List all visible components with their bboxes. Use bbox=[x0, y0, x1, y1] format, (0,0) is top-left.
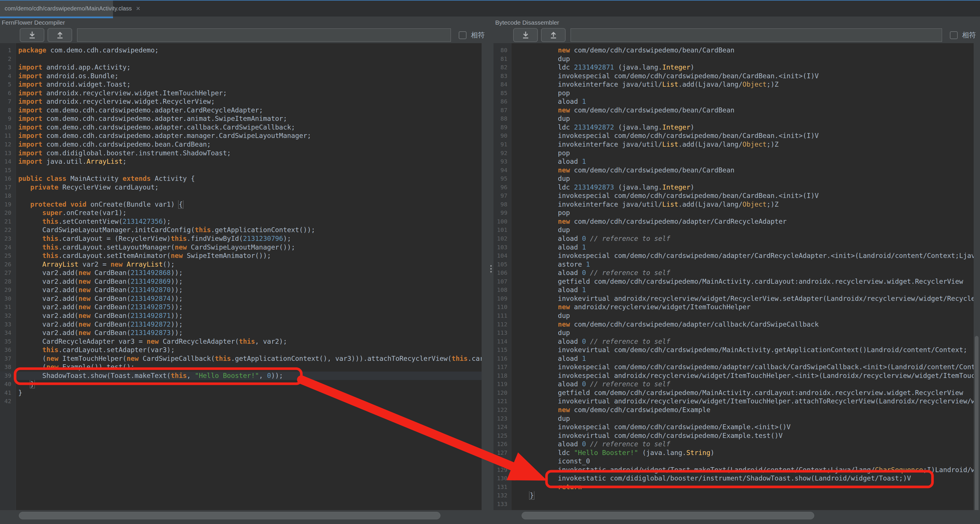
code-line[interactable]: 129 invokestatic android/widget/Toast.ma… bbox=[493, 466, 980, 475]
code-line[interactable]: 82 ldc 2131492871 (java.lang.Integer) bbox=[493, 63, 980, 72]
code-line[interactable]: 81 dup bbox=[493, 55, 980, 64]
code-line[interactable]: 97 invokespecial com/demo/cdh/cardswiped… bbox=[493, 191, 980, 200]
code-line[interactable]: 130 invokestatic com/didiglobal/booster/… bbox=[493, 474, 980, 483]
bytecode-editor[interactable]: 80 new com/demo/cdh/cardswipedemo/bean/C… bbox=[493, 43, 980, 510]
disassembler-search-input[interactable] bbox=[571, 29, 942, 42]
code-line[interactable]: 16public class MainActivity extends Acti… bbox=[0, 174, 489, 183]
code-line[interactable]: 23 this.cardLayout = (RecyclerView)this.… bbox=[0, 234, 489, 243]
code-line[interactable]: 131 return bbox=[493, 483, 980, 492]
code-line[interactable]: 37 (new ItemTouchHelper(new CardSwipeCal… bbox=[0, 354, 489, 363]
code-line[interactable]: 14import java.util.ArrayList; bbox=[0, 158, 489, 166]
code-line[interactable]: 115 invokevirtual com/demo/cdh/cardswipe… bbox=[493, 346, 980, 354]
code-line[interactable]: 91 invokeinterface java/util/List.add(Lj… bbox=[493, 140, 980, 149]
code-line[interactable]: 111 dup bbox=[493, 312, 980, 320]
decompiler-vertical-scrollbar[interactable] bbox=[482, 43, 489, 524]
code-line[interactable]: 116 aload 1 bbox=[493, 354, 980, 363]
code-line[interactable]: 38 (new Example()).test(); bbox=[0, 363, 489, 371]
code-line[interactable]: 114 aload 0 // reference to self bbox=[493, 338, 980, 346]
code-line[interactable]: 127 ldc "Hello Booster!" (java.lang.Stri… bbox=[493, 449, 980, 457]
export-save-button[interactable] bbox=[20, 28, 45, 42]
code-line[interactable]: 15 bbox=[0, 166, 489, 175]
code-line[interactable]: 112 new com/demo/cdh/cardswipedemo/adapt… bbox=[493, 320, 980, 329]
code-line[interactable]: 90 invokespecial com/demo/cdh/cardswiped… bbox=[493, 132, 980, 140]
code-line[interactable]: 42 bbox=[0, 397, 489, 406]
code-line[interactable]: 100 new com/demo/cdh/cardswipedemo/adapt… bbox=[493, 217, 980, 226]
code-line[interactable]: 88 dup bbox=[493, 115, 980, 123]
code-line[interactable]: 20 super.onCreate(var1); bbox=[0, 209, 489, 217]
code-line[interactable]: 126 aload 0 // reference to self bbox=[493, 440, 980, 449]
code-line[interactable]: 132 } bbox=[493, 491, 980, 500]
code-line[interactable]: 105 astore 1 bbox=[493, 260, 980, 269]
code-line[interactable]: 6import androidx.recyclerview.widget.Ite… bbox=[0, 89, 489, 98]
code-line[interactable]: 104 invokespecial com/demo/cdh/cardswipe… bbox=[493, 252, 980, 260]
code-line[interactable]: 19 protected void onCreate(Bundle var1) … bbox=[0, 200, 489, 209]
disassembler-vscroll-thumb[interactable] bbox=[975, 336, 978, 524]
code-line[interactable]: 102 aload 0 // reference to self bbox=[493, 234, 980, 243]
code-line[interactable]: 133 bbox=[493, 500, 980, 509]
code-line[interactable]: 39 ShadowToast.show(Toast.makeText(this,… bbox=[0, 371, 489, 380]
code-line[interactable]: 96 ldc 2131492873 (java.lang.Integer) bbox=[493, 183, 980, 192]
code-line[interactable]: 24 this.cardLayout.setLayoutManager(new … bbox=[0, 243, 489, 252]
disassembler-exact-match-checkbox[interactable] bbox=[950, 31, 958, 39]
code-line[interactable]: 7import androidx.recyclerview.widget.Rec… bbox=[0, 97, 489, 106]
import-open-button[interactable] bbox=[541, 28, 566, 42]
decompiler-search-input[interactable] bbox=[77, 29, 451, 42]
code-line[interactable]: 86 aload 1 bbox=[493, 97, 980, 106]
tab-close-icon[interactable]: ✕ bbox=[136, 5, 140, 12]
code-line[interactable]: 113 dup bbox=[493, 329, 980, 338]
code-line[interactable]: 1package com.demo.cdh.cardswipedemo; bbox=[0, 46, 489, 55]
code-line[interactable]: 4import android.os.Bundle; bbox=[0, 72, 489, 81]
code-line[interactable]: 117 invokespecial com/demo/cdh/cardswipe… bbox=[493, 363, 980, 371]
code-line[interactable]: 94 new com/demo/cdh/cardswipedemo/bean/C… bbox=[493, 166, 980, 175]
code-line[interactable]: 28 var2.add(new CardBean(2131492869)); bbox=[0, 277, 489, 286]
code-line[interactable]: 5import android.widget.Toast; bbox=[0, 80, 489, 89]
code-line[interactable]: 25 this.cardLayout.setItemAnimator(new S… bbox=[0, 252, 489, 260]
code-line[interactable]: 107 getfield com/demo/cdh/cardswipedemo/… bbox=[493, 277, 980, 286]
import-open-button[interactable] bbox=[48, 28, 72, 42]
code-line[interactable]: 125 invokevirtual com/demo/cdh/cardswipe… bbox=[493, 432, 980, 440]
code-line[interactable]: 36 this.cardLayout.setAdapter(var3); bbox=[0, 346, 489, 354]
decompiled-source-editor[interactable]: 1package com.demo.cdh.cardswipedemo;2 3i… bbox=[0, 43, 489, 510]
code-line[interactable]: 9import com.demo.cdh.cardswipedemo.adapt… bbox=[0, 115, 489, 123]
code-line[interactable]: 128 iconst_0 bbox=[493, 457, 980, 466]
code-line[interactable]: 3import android.app.Activity; bbox=[0, 63, 489, 72]
code-line[interactable]: 106 aload 0 // reference to self bbox=[493, 269, 980, 277]
export-save-button[interactable] bbox=[513, 28, 538, 42]
code-line[interactable]: 31 var2.add(new CardBean(2131492875)); bbox=[0, 303, 489, 312]
code-line[interactable]: 101 dup bbox=[493, 226, 980, 234]
code-line[interactable]: 11import com.demo.cdh.cardswipedemo.adap… bbox=[0, 132, 489, 140]
code-line[interactable]: 103 aload 1 bbox=[493, 243, 980, 252]
code-line[interactable]: 98 invokeinterface java/util/List.add(Lj… bbox=[493, 200, 980, 209]
tab-mainactivity-class[interactable]: com/demo/cdh/cardswipedemo/MainActivity.… bbox=[0, 1, 113, 16]
code-line[interactable]: 89 ldc 2131492872 (java.lang.Integer) bbox=[493, 123, 980, 132]
code-line[interactable]: 13import com.didiglobal.booster.instrume… bbox=[0, 149, 489, 158]
decompiler-exact-match-checkbox[interactable] bbox=[459, 31, 466, 39]
code-line[interactable]: 109 invokevirtual androidx/recyclerview/… bbox=[493, 295, 980, 303]
code-line[interactable]: 32 var2.add(new CardBean(2131492871)); bbox=[0, 312, 489, 320]
code-line[interactable]: 2 bbox=[0, 55, 489, 64]
code-line[interactable]: 18 bbox=[0, 191, 489, 200]
code-line[interactable]: 85 pop bbox=[493, 89, 980, 98]
code-line[interactable]: 110 new androidx/recyclerview/widget/Ite… bbox=[493, 303, 980, 312]
code-line[interactable]: 124 invokespecial com/demo/cdh/cardswipe… bbox=[493, 423, 980, 432]
code-line[interactable]: 87 new com/demo/cdh/cardswipedemo/bean/C… bbox=[493, 106, 980, 115]
code-line[interactable]: 27 var2.add(new CardBean(2131492868)); bbox=[0, 269, 489, 277]
code-line[interactable]: 34 var2.add(new CardBean(2131492873)); bbox=[0, 329, 489, 338]
code-line[interactable]: 29 var2.add(new CardBean(2131492870)); bbox=[0, 286, 489, 295]
code-line[interactable]: 33 var2.add(new CardBean(2131492872)); bbox=[0, 320, 489, 329]
code-line[interactable]: 121 invokevirtual androidx/recyclerview/… bbox=[493, 397, 980, 406]
code-line[interactable]: 120 getfield com/demo/cdh/cardswipedemo/… bbox=[493, 389, 980, 397]
code-line[interactable]: 17 private RecyclerView cardLayout; bbox=[0, 183, 489, 192]
code-line[interactable]: 80 new com/demo/cdh/cardswipedemo/bean/C… bbox=[493, 46, 980, 55]
code-line[interactable]: 22 CardSwipeLayoutManager.initCardConfig… bbox=[0, 226, 489, 234]
code-line[interactable]: 40 } bbox=[0, 380, 489, 389]
pane-splitter[interactable] bbox=[489, 18, 493, 524]
code-line[interactable]: 84 invokeinterface java/util/List.add(Lj… bbox=[493, 80, 980, 89]
code-line[interactable]: 122 new com/demo/cdh/cardswipedemo/Examp… bbox=[493, 406, 980, 414]
code-line[interactable]: 92 pop bbox=[493, 149, 980, 158]
code-line[interactable]: 30 var2.add(new CardBean(2131492874)); bbox=[0, 295, 489, 303]
code-line[interactable]: 123 dup bbox=[493, 414, 980, 423]
code-line[interactable]: 118 invokespecial androidx/recyclerview/… bbox=[493, 371, 980, 380]
code-line[interactable]: 12import com.demo.cdh.cardswipedemo.bean… bbox=[0, 140, 489, 149]
code-line[interactable]: 26 ArrayList var2 = new ArrayList(); bbox=[0, 260, 489, 269]
